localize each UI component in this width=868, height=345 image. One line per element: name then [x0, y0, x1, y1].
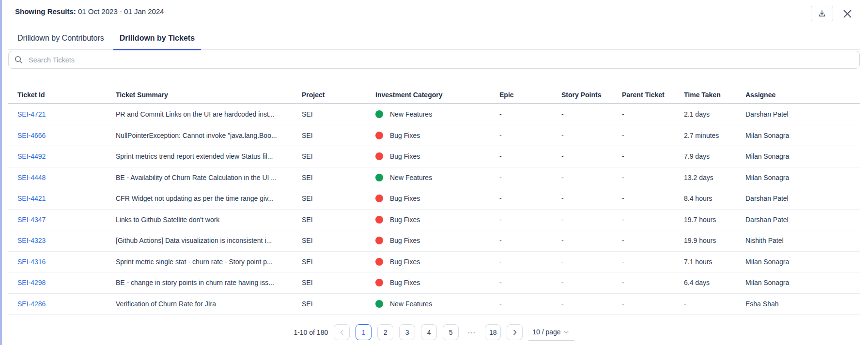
- ticket-link[interactable]: SEI-4298: [17, 279, 46, 286]
- ticket-link[interactable]: SEI-4316: [17, 258, 46, 266]
- ticket-link[interactable]: SEI-4492: [17, 152, 46, 160]
- epic-cell: -: [499, 279, 561, 286]
- status-dot-icon: [375, 237, 383, 244]
- table-row: SEI-4492Sprint metrics trend report exte…: [8, 146, 860, 167]
- ticket-link[interactable]: SEI-4286: [17, 300, 46, 308]
- story-points-cell: -: [561, 132, 622, 139]
- column-header-project: Project: [302, 91, 375, 99]
- parent-ticket-cell: -: [622, 279, 684, 286]
- chevron-right-icon: [512, 330, 517, 335]
- ticket-link[interactable]: SEI-4421: [17, 195, 46, 202]
- status-dot-icon: [375, 132, 383, 139]
- page-button-1[interactable]: 1: [356, 324, 372, 340]
- header-actions: [811, 6, 853, 21]
- next-page-button[interactable]: [507, 324, 523, 340]
- pagination: 1-10 of 180 12345 ••• 18 10 / page: [0, 324, 868, 341]
- time-taken-cell: 2.1 days: [684, 110, 745, 118]
- close-button[interactable]: [841, 8, 853, 19]
- story-points-cell: -: [561, 279, 622, 286]
- summary-cell: [Github Actions] Data visualization is i…: [116, 237, 302, 244]
- panel-header: Showing Results: 01 Oct 2023 - 01 Jan 20…: [0, 0, 868, 21]
- story-points-cell: -: [561, 216, 622, 224]
- table-row: SEI-4286Verification of Churn Rate for J…: [8, 294, 860, 315]
- summary-cell: CFR Widget not updating as per the time …: [116, 195, 302, 202]
- table-body: SEI-4721PR and Commit Links on the UI ar…: [8, 104, 860, 315]
- table-row: SEI-4666NullPointerException: Cannot inv…: [8, 125, 860, 147]
- investment-category-cell: New Features: [375, 110, 499, 118]
- tab-drilldown-by-tickets[interactable]: Drilldown by Tickets: [113, 34, 201, 49]
- parent-ticket-cell: -: [622, 195, 684, 202]
- time-taken-cell: 8.4 hours: [684, 195, 745, 202]
- investment-category-cell: Bug Fixes: [375, 258, 499, 266]
- summary-cell: NullPointerException: Cannot invoke "jav…: [116, 132, 302, 139]
- search-input[interactable]: [28, 56, 853, 64]
- tab-drilldown-by-contributors[interactable]: Drilldown by Contributors: [11, 34, 110, 49]
- ticket-id-cell: SEI-4347: [8, 216, 116, 224]
- table-row: SEI-4316Sprint metric single stat - chur…: [8, 252, 860, 273]
- tabs-bar: Drilldown by Contributors Drilldown by T…: [8, 34, 860, 50]
- summary-cell: BE - Availability of Churn Rate Calculat…: [116, 174, 302, 181]
- status-dot-icon: [375, 300, 383, 308]
- table-row: SEI-4421CFR Widget not updating as per t…: [8, 188, 860, 210]
- status-dot-icon: [375, 279, 383, 286]
- project-cell: SEI: [302, 216, 375, 224]
- ticket-link[interactable]: SEI-4666: [17, 132, 46, 139]
- prev-page-button[interactable]: [334, 324, 350, 340]
- ticket-link[interactable]: SEI-4721: [17, 110, 46, 118]
- project-cell: SEI: [302, 174, 375, 181]
- project-cell: SEI: [302, 237, 375, 244]
- parent-ticket-cell: -: [622, 300, 684, 308]
- page-button-5[interactable]: 5: [443, 324, 459, 340]
- epic-cell: -: [499, 195, 561, 202]
- time-taken-cell: 19.7 hours: [684, 216, 745, 224]
- epic-cell: -: [499, 152, 561, 160]
- ticket-link[interactable]: SEI-4323: [17, 237, 46, 244]
- column-header-story-points: Story Points: [561, 91, 622, 99]
- page-button-3[interactable]: 3: [399, 324, 415, 340]
- ticket-id-cell: SEI-4421: [8, 195, 116, 202]
- story-points-cell: -: [561, 258, 622, 266]
- story-points-cell: -: [561, 237, 622, 244]
- category-label: New Features: [390, 174, 432, 181]
- page-button-last[interactable]: 18: [485, 324, 501, 340]
- parent-ticket-cell: -: [622, 237, 684, 244]
- category-label: New Features: [390, 300, 432, 308]
- time-taken-cell: 2.7 minutes: [684, 132, 745, 139]
- close-icon: [843, 9, 852, 18]
- ticket-id-cell: SEI-4721: [8, 110, 116, 118]
- assignee-cell: Nishith Patel: [745, 237, 860, 244]
- ticket-id-cell: SEI-4286: [8, 300, 116, 308]
- assignee-cell: Milan Sonagra: [745, 258, 860, 266]
- assignee-cell: Darshan Patel: [745, 110, 860, 118]
- story-points-cell: -: [561, 152, 622, 160]
- column-header-epic: Epic: [499, 91, 561, 99]
- page-button-4[interactable]: 4: [421, 324, 437, 340]
- category-label: Bug Fixes: [390, 195, 420, 202]
- project-cell: SEI: [302, 152, 375, 160]
- investment-category-cell: Bug Fixes: [375, 216, 499, 224]
- page-button-2[interactable]: 2: [377, 324, 393, 340]
- table-row: SEI-4347Links to Github Satellite don't …: [8, 210, 860, 231]
- chevron-left-icon: [340, 330, 344, 335]
- ellipsis-icon[interactable]: •••: [465, 330, 479, 335]
- download-button[interactable]: [811, 6, 833, 21]
- parent-ticket-cell: -: [622, 152, 684, 160]
- investment-category-cell: New Features: [375, 174, 499, 181]
- project-cell: SEI: [302, 195, 375, 202]
- table-row: SEI-4721PR and Commit Links on the UI ar…: [8, 104, 860, 125]
- column-header-ticket-summary: Ticket Summary: [116, 91, 302, 99]
- time-taken-cell: 6.4 days: [684, 279, 745, 286]
- epic-cell: -: [499, 174, 561, 181]
- summary-cell: Sprint metric single stat - churn rate -…: [116, 258, 302, 266]
- ticket-link[interactable]: SEI-4448: [17, 174, 46, 181]
- page-size-select[interactable]: 10 / page: [528, 324, 574, 341]
- ticket-id-cell: SEI-4316: [8, 258, 116, 266]
- project-cell: SEI: [302, 279, 375, 286]
- assignee-cell: Darshan Patel: [745, 195, 860, 202]
- ticket-link[interactable]: SEI-4347: [17, 216, 46, 224]
- column-header-parent-ticket: Parent Ticket: [622, 91, 684, 99]
- status-dot-icon: [375, 110, 383, 118]
- tickets-table: Ticket IdTicket SummaryProjectInvestment…: [8, 87, 860, 315]
- story-points-cell: -: [561, 300, 622, 308]
- status-dot-icon: [375, 258, 383, 266]
